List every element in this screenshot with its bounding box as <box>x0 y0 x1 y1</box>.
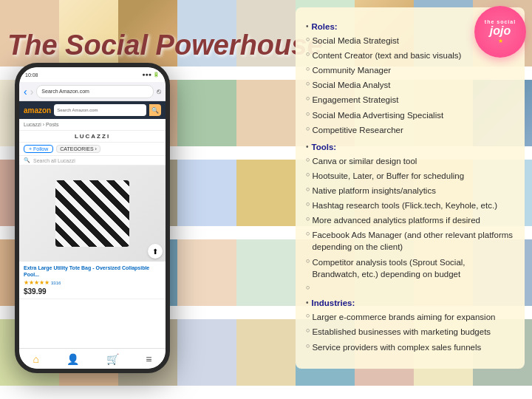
tool-item-7: ○ Competitor analysis tools (Sprout Soci… <box>306 256 514 281</box>
role-item-3: ○ Community Manager <box>306 64 514 77</box>
nav-home-icon[interactable]: ⌂ <box>33 353 38 365</box>
amazon-header: amazon Search Amazon.com 🔍 <box>19 101 166 119</box>
industries-bullet: • <box>306 298 309 308</box>
tool-item-empty: ○ <box>306 282 514 293</box>
tools-label: Tools: <box>312 141 337 153</box>
search-icon-small: 🔍 <box>24 157 30 163</box>
lucazzi-follow-bar: + Follow CATEGORIES › <box>19 143 166 156</box>
share-button[interactable]: ⬆ <box>148 244 163 259</box>
product-pattern <box>55 180 129 247</box>
role-text-3: Community Manager <box>312 64 391 76</box>
tool-text-7: Competitor analysis tools (Sprout Social… <box>312 256 514 280</box>
lucazzi-breadcrumb: Lucazzi › Posts <box>19 119 166 131</box>
page-title: The Social Powerhouse <box>7 30 323 61</box>
roles-bullet: • <box>306 21 309 32</box>
bg-cell-23 <box>236 160 296 226</box>
phone-content: amazon Search Amazon.com 🔍 Lucazzi › Pos… <box>19 101 166 348</box>
nav-person-icon[interactable]: 👤 <box>66 353 79 365</box>
product-info: Extra Large Utility Tote Bag - Oversized… <box>19 262 166 299</box>
role-text-2: Content Creator (text and basic visuals) <box>312 50 461 61</box>
tool-text-5: More advanced analytics platforms if des… <box>312 214 480 226</box>
lucazzi-logo-text: LUCAZZI <box>21 133 163 140</box>
role-item-5: ○ Engagement Strategist <box>306 93 514 106</box>
amazon-search-bar[interactable]: Search Amazon.com <box>54 104 146 116</box>
tool-text-1: Canva or similar design tool <box>312 155 417 167</box>
logo-circle: the social jojo ★ <box>474 6 526 58</box>
sub-bullet-3: ○ <box>306 64 310 74</box>
industries-label: Industries: <box>312 297 355 309</box>
product-price: $39.99 <box>24 287 161 296</box>
tool-sub-3: ○ <box>306 185 310 194</box>
role-text-6: Social Media Advertising Specialist <box>312 109 443 121</box>
tool-sub-empty: ○ <box>306 283 310 293</box>
industry-text-3: Service providers with complex sales fun… <box>312 341 481 353</box>
industry-text-2: Established businesses with marketing bu… <box>312 326 491 338</box>
logo-small-text: the social <box>485 19 516 24</box>
search-all-bar[interactable]: 🔍 Search all Lucazzi <box>19 156 166 166</box>
tool-sub-5: ○ <box>306 214 310 224</box>
browser-forward-icon[interactable]: › <box>30 86 34 98</box>
content-list: • Roles: ○ Social Media Strategist ○ Con… <box>306 21 514 354</box>
bg-cell-31 <box>177 239 236 306</box>
browser-bar: ‹ › Search Amazon.com ⎋ <box>19 82 166 101</box>
product-image: ⬆ <box>19 166 166 262</box>
tool-sub-2: ○ <box>306 170 310 180</box>
search-all-text: Search all Lucazzi <box>33 158 75 163</box>
search-icon: 🔍 <box>151 107 159 114</box>
categories-button[interactable]: CATEGORIES › <box>56 145 100 153</box>
role-text-4: Social Media Analyst <box>312 79 390 91</box>
browser-share-icon[interactable]: ⎋ <box>157 87 161 95</box>
industries-section-header: • Industries: <box>306 297 514 309</box>
stars-display: ★★★★★ <box>24 279 50 286</box>
tool-item-4: ○ Hashtag research tools (Flick.tech, Ke… <box>306 199 514 212</box>
phone-screen: 10:08 ●●● 🔋 ‹ › Search Amazon.com ⎋ amaz… <box>19 67 166 369</box>
bg-cell-40 <box>177 319 236 386</box>
nav-menu-icon[interactable]: ≡ <box>146 353 151 365</box>
logo-badge: the social jojo ★ <box>474 6 526 58</box>
phone-bottom-nav: ⌂ 👤 🛒 ≡ <box>19 348 166 369</box>
nav-cart-icon[interactable]: 🛒 <box>106 353 119 365</box>
browser-url-bar[interactable]: Search Amazon.com <box>36 85 154 98</box>
browser-back-icon[interactable]: ‹ <box>24 86 27 98</box>
tool-text-3: Native platform insights/analytics <box>312 185 435 197</box>
product-title: Extra Large Utility Tote Bag - Oversized… <box>24 265 161 278</box>
follow-button[interactable]: + Follow <box>24 145 53 153</box>
tools-section-header: • Tools: <box>306 141 514 153</box>
review-count: 3316 <box>51 281 61 285</box>
sub-bullet-6: ○ <box>306 109 310 119</box>
tools-bullet: • <box>306 142 309 152</box>
logo-star: ★ <box>498 38 503 44</box>
status-signal: ●●● 🔋 <box>142 72 160 78</box>
industry-sub-3: ○ <box>306 341 310 351</box>
tool-sub-4: ○ <box>306 200 310 209</box>
bg-cell-41 <box>236 319 296 386</box>
phone-status-bar: 10:08 ●●● 🔋 <box>19 67 166 82</box>
bg-cell-22 <box>177 160 236 226</box>
tool-sub-7: ○ <box>306 256 310 266</box>
industry-item-1: ○ Larger e-commerce brands aiming for ex… <box>306 310 514 324</box>
lucazzi-logo-bar: LUCAZZI <box>19 131 166 143</box>
role-text-5: Engagement Strategist <box>312 94 398 106</box>
breadcrumb-text: Lucazzi › Posts <box>24 122 58 127</box>
browser-url-text: Search Amazon.com <box>41 89 89 94</box>
bg-cell-32 <box>236 239 296 306</box>
tool-text-6: Facebook Ads Manager (and other relevant… <box>312 229 514 253</box>
amazon-search-button[interactable]: 🔍 <box>149 104 161 116</box>
bg-cell-14 <box>236 80 296 146</box>
sub-bullet-4: ○ <box>306 79 310 89</box>
page-title-section: The Social Powerhouse <box>7 30 323 61</box>
bg-cell-13 <box>177 80 236 146</box>
roles-label: Roles: <box>312 21 338 33</box>
tool-text-2: Hootsuite, Later, or Buffer for scheduli… <box>312 170 464 182</box>
phone-mockup: 10:08 ●●● 🔋 ‹ › Search Amazon.com ⎋ amaz… <box>15 63 170 373</box>
tool-item-2: ○ Hootsuite, Later, or Buffer for schedu… <box>306 169 514 183</box>
role-text-7: Competitive Researcher <box>312 124 403 136</box>
sub-bullet-5: ○ <box>306 94 310 103</box>
tool-item-5: ○ More advanced analytics platforms if d… <box>306 214 514 227</box>
tool-item-6: ○ Facebook Ads Manager (and other releva… <box>306 228 514 253</box>
content-panel: • Roles: ○ Social Media Strategist ○ Con… <box>296 7 525 369</box>
industry-sub-1: ○ <box>306 311 310 321</box>
sub-bullet-7: ○ <box>306 124 310 134</box>
role-item-4: ○ Social Media Analyst <box>306 78 514 92</box>
sub-bullet-2: ○ <box>306 50 310 59</box>
